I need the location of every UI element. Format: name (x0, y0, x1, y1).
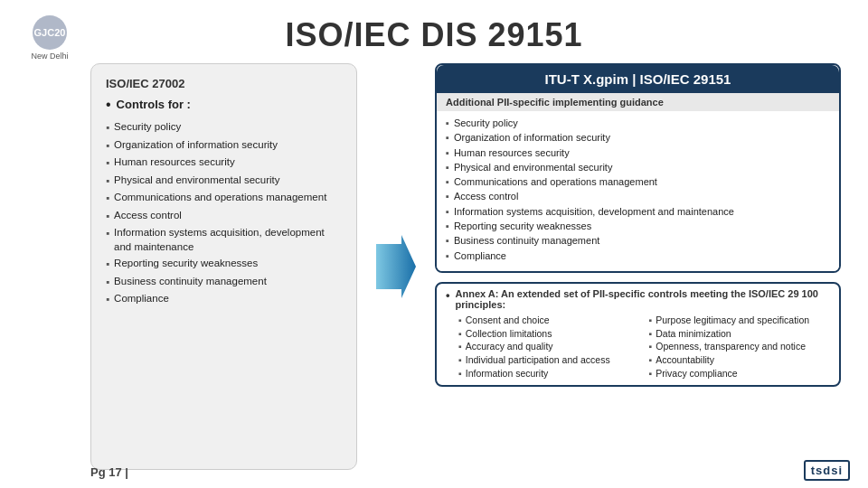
list-item: Business continuity management (446, 234, 830, 247)
content-area: ISO/IEC 27002 • Controls for : Security … (0, 63, 868, 479)
logo-icon-text: GJC20 (34, 27, 66, 38)
right-panel: ITU-T X.gpim | ISO/IEC 29151 Additional … (435, 63, 841, 470)
page-number: Pg 17 | (90, 465, 128, 479)
list-item: Communications and operations management (446, 175, 830, 188)
list-item: Accuracy and quality (458, 341, 640, 353)
annex-header: Annex A: An extended set of PII-specific… (437, 284, 839, 313)
arrow-icon (376, 230, 416, 303)
tsdsi-logo: tsdsi (804, 460, 850, 481)
list-item: Information systems acquisition, develop… (106, 226, 342, 254)
list-item: Openness, transparency and notice (649, 341, 831, 353)
list-item: Business continuity management (106, 275, 342, 290)
list-item: Compliance (446, 249, 830, 262)
list-item: Collection limitations (458, 328, 640, 341)
list-item: Communications and operations management (106, 191, 342, 206)
left-panel: ISO/IEC 27002 • Controls for : Security … (90, 63, 357, 470)
logo-circle: GJC20 (33, 15, 67, 50)
annex-list: Consent and choicePurpose legitimacy and… (437, 313, 839, 385)
list-item: Information security (458, 368, 640, 380)
list-item: Organization of information security (446, 131, 830, 144)
list-item: Human resources security (106, 155, 342, 171)
list-item: Organization of information security (106, 138, 342, 154)
list-item: Security policy (446, 117, 830, 129)
right-top-list: Security policyOrganization of informati… (446, 117, 830, 264)
list-item: Access control (446, 190, 830, 202)
list-item: Data minimization (649, 328, 831, 341)
box-content: Security policyOrganization of informati… (437, 111, 839, 271)
list-item: Physical and environmental security (106, 174, 342, 189)
list-item: Physical and environmental security (446, 161, 830, 174)
right-header: ITU-T X.gpim | ISO/IEC 29151 (437, 65, 839, 93)
list-item: Information systems acquisition, develop… (446, 205, 830, 218)
logo-area: GJC20 New Delhi (18, 11, 81, 65)
list-item: Compliance (106, 292, 342, 307)
iso-label: ISO/IEC 27002 (106, 77, 342, 90)
page-title: ISO/IEC DIS 29151 (0, 0, 868, 63)
arrow-area (373, 63, 419, 470)
right-top-box: ITU-T X.gpim | ISO/IEC 29151 Additional … (435, 63, 841, 273)
list-item: Accountability (649, 354, 831, 367)
list-item: Individual participation and access (458, 354, 640, 367)
controls-header: Controls for : (117, 98, 191, 111)
list-item: Reporting security weaknesses (446, 220, 830, 232)
left-controls-list: Security policyOrganization of informati… (106, 120, 342, 307)
svg-marker-0 (376, 235, 416, 298)
list-item: Consent and choice (458, 314, 640, 327)
list-item: Reporting security weaknesses (106, 257, 342, 272)
list-item: Access control (106, 209, 342, 224)
list-item: Human resources security (446, 146, 830, 159)
box-subtitle: Additional PII-specific implementing gui… (437, 93, 839, 111)
list-item: Security policy (106, 120, 342, 136)
logo-subtext: New Delhi (31, 52, 68, 61)
right-bottom-box: Annex A: An extended set of PII-specific… (435, 282, 841, 387)
list-item: Privacy compliance (649, 368, 831, 380)
list-item: Purpose legitimacy and specification (649, 314, 831, 327)
